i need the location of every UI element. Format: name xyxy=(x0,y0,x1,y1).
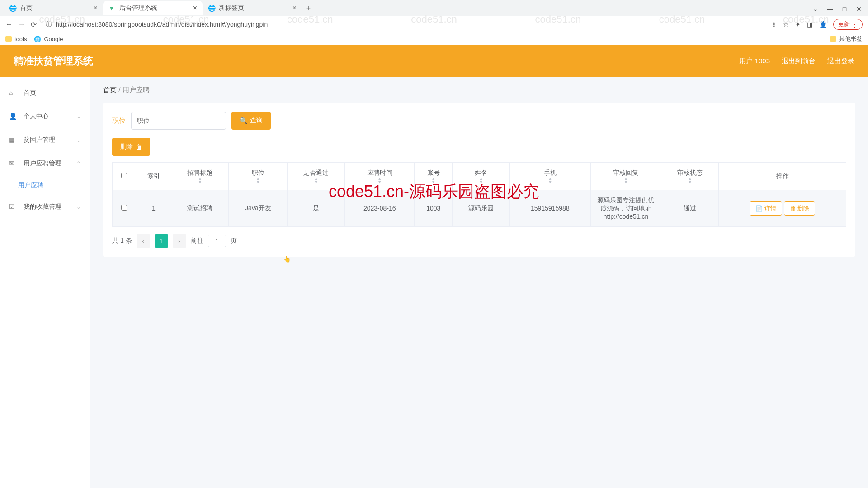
extensions-icon[interactable]: ✦ xyxy=(795,21,801,28)
mail-icon: ✉ xyxy=(9,160,17,168)
bookmark-bar: tools 🌐Google 其他书签 xyxy=(0,33,868,45)
tab-label: 后台管理系统 xyxy=(119,4,157,12)
breadcrumb: 首页 / 用户应聘 xyxy=(90,86,868,103)
cell-date: 2023-08-16 xyxy=(345,190,415,227)
cell-name: 源码乐园 xyxy=(453,190,510,227)
address-bar: ← → ⟳ ⓘhttp://localhost:8080/springboots… xyxy=(0,16,868,33)
chevron-down-icon: ⌄ xyxy=(76,113,81,120)
close-icon[interactable]: × xyxy=(193,4,197,12)
col-title[interactable]: 招聘标题▲▼ xyxy=(171,163,229,190)
sidebar-item-profile[interactable]: 👤个人中心⌄ xyxy=(0,105,90,128)
browser-tab-2[interactable]: 🌐新标签页× xyxy=(203,1,302,15)
data-table: 索引 招聘标题▲▼ 职位▲▼ 是否通过▲▼ 应聘时间▲▼ 账号▲▼ 姓名▲▼ 手… xyxy=(112,162,846,227)
page-1[interactable]: 1 xyxy=(155,234,168,248)
sidebar-item-apply[interactable]: ✉用户应聘管理⌃ xyxy=(0,152,90,175)
cell-phone: 15915915988 xyxy=(510,190,591,227)
sidebar-item-poverty[interactable]: ▦贫困户管理⌄ xyxy=(0,128,90,152)
back-icon[interactable]: ← xyxy=(5,20,13,28)
cell-ops: 📄详情 🗑删除 xyxy=(719,190,846,227)
sidebar-item-home[interactable]: ⌂首页 xyxy=(0,81,90,105)
window-controls: ⌄ — □ ✕ xyxy=(810,4,864,14)
share-icon[interactable]: ⇪ xyxy=(771,21,777,28)
url-field[interactable]: ⓘhttp://localhost:8080/springbootsudk0/a… xyxy=(42,20,766,28)
chevron-down-icon[interactable]: ⌄ xyxy=(810,4,821,14)
col-date[interactable]: 应聘时间▲▼ xyxy=(345,163,415,190)
panel: 职位 🔍查询 删除 🗑 索引 招聘标题▲▼ 职位▲▼ 是否通过▲▼ 应聘时间▲▼… xyxy=(103,103,855,257)
browser-tab-0[interactable]: 🌐首页× xyxy=(4,1,103,15)
chevron-down-icon: ⌄ xyxy=(76,137,81,143)
crumb-sep: / xyxy=(118,86,120,94)
star-icon[interactable]: ☆ xyxy=(783,21,789,28)
search-button[interactable]: 🔍查询 xyxy=(231,112,271,130)
minimize-icon[interactable]: — xyxy=(825,4,835,14)
search-row: 职位 🔍查询 xyxy=(112,112,846,130)
nav-user[interactable]: 用户 1003 xyxy=(739,57,770,66)
app-nav: 用户 1003 退出到前台 退出登录 xyxy=(739,57,854,66)
bookmark-tools[interactable]: tools xyxy=(5,36,27,42)
col-pass[interactable]: 是否通过▲▼ xyxy=(288,163,345,190)
sidepanel-icon[interactable]: ◨ xyxy=(807,21,813,28)
col-checkbox xyxy=(113,163,136,190)
row-checkbox[interactable] xyxy=(121,205,127,211)
sidebar-item-user-apply[interactable]: 用户应聘 xyxy=(0,175,90,195)
next-page[interactable]: › xyxy=(173,234,186,248)
globe-icon: 🌐 xyxy=(34,36,41,42)
close-icon[interactable]: × xyxy=(94,4,98,12)
trash-icon: 🗑 xyxy=(790,205,796,212)
trash-icon: 🗑 xyxy=(136,143,142,150)
menu-icon: ⋮ xyxy=(852,21,858,28)
row-delete-button[interactable]: 🗑删除 xyxy=(784,201,815,216)
col-status[interactable]: 审核状态▲▼ xyxy=(661,163,719,190)
update-button[interactable]: 更新⋮ xyxy=(833,19,863,30)
globe-icon: 🌐 xyxy=(208,5,215,12)
goto-input[interactable] xyxy=(208,235,226,247)
col-reply[interactable]: 审核回复▲▼ xyxy=(590,163,661,190)
search-icon: 🔍 xyxy=(240,117,247,124)
chevron-up-icon: ⌃ xyxy=(76,160,81,167)
tab-bar: 🌐首页× ▼后台管理系统× 🌐新标签页× + ⌄ — □ ✕ xyxy=(0,0,868,16)
col-name[interactable]: 姓名▲▼ xyxy=(453,163,510,190)
crumb-page: 用户应聘 xyxy=(123,86,150,94)
col-ops: 操作 xyxy=(719,163,846,190)
col-index[interactable]: 索引 xyxy=(136,163,171,190)
folder-icon xyxy=(5,36,12,42)
search-input[interactable] xyxy=(131,112,226,130)
table-row[interactable]: 1 测试招聘 Java开发 是 2023-08-16 1003 源码乐园 159… xyxy=(113,190,846,227)
new-tab-button[interactable]: + xyxy=(302,2,315,14)
nav-logout[interactable]: 退出登录 xyxy=(827,57,854,66)
reload-icon[interactable]: ⟳ xyxy=(31,20,37,29)
bookmark-google[interactable]: 🌐Google xyxy=(34,36,63,42)
cell-account: 1003 xyxy=(415,190,453,227)
check-icon: ☑ xyxy=(9,203,17,211)
globe-icon: 🌐 xyxy=(9,5,16,12)
profile-icon[interactable]: 👤 xyxy=(819,21,827,28)
nav-front[interactable]: 退出到前台 xyxy=(782,57,816,66)
doc-icon: 📄 xyxy=(755,205,763,212)
detail-button[interactable]: 📄详情 xyxy=(750,201,782,216)
cell-status: 通过 xyxy=(661,190,719,227)
tab-label: 首页 xyxy=(20,4,33,12)
close-icon[interactable]: × xyxy=(292,4,297,12)
forward-icon[interactable]: → xyxy=(18,20,25,28)
col-phone[interactable]: 手机▲▼ xyxy=(510,163,591,190)
col-account[interactable]: 账号▲▼ xyxy=(415,163,453,190)
col-position[interactable]: 职位▲▼ xyxy=(229,163,288,190)
pagination: 共 1 条 ‹ 1 › 前往 页 xyxy=(112,234,846,248)
search-label: 职位 xyxy=(112,117,126,125)
page-unit: 页 xyxy=(231,237,237,245)
checkbox-all[interactable] xyxy=(121,173,127,178)
app-header: 精准扶贫管理系统 用户 1003 退出到前台 退出登录 xyxy=(0,45,868,77)
prev-page[interactable]: ‹ xyxy=(137,234,150,248)
maximize-icon[interactable]: □ xyxy=(839,4,850,14)
sidebar: ⌂首页 👤个人中心⌄ ▦贫困户管理⌄ ✉用户应聘管理⌃ 用户应聘 ☑我的收藏管理… xyxy=(0,77,90,488)
delete-button[interactable]: 删除 🗑 xyxy=(112,138,150,156)
crumb-home[interactable]: 首页 xyxy=(103,86,117,94)
bookmark-other[interactable]: 其他书签 xyxy=(830,35,863,43)
vue-icon: ▼ xyxy=(108,5,116,12)
cell-index: 1 xyxy=(136,190,171,227)
tab-label: 新标签页 xyxy=(219,4,244,12)
close-window-icon[interactable]: ✕ xyxy=(854,4,864,14)
browser-tab-1[interactable]: ▼后台管理系统× xyxy=(103,1,203,15)
sidebar-item-favorites[interactable]: ☑我的收藏管理⌄ xyxy=(0,195,90,219)
url-text: http://localhost:8080/springbootsudk0/ad… xyxy=(56,21,268,28)
